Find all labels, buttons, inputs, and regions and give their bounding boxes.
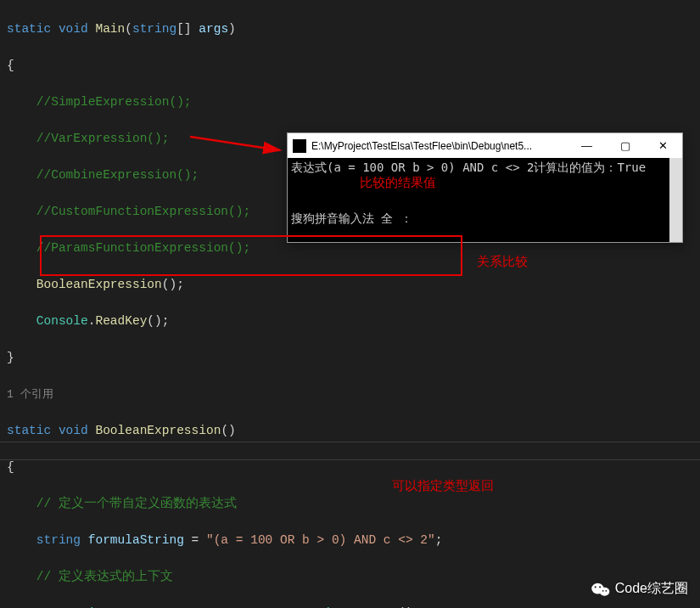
console-window[interactable]: E:\MyProject\TestElsa\TestFlee\bin\Debug… [287, 132, 683, 243]
breakpoint-line-hint [0, 442, 700, 442]
console-title: E:\MyProject\TestElsa\TestFlee\bin\Debug… [311, 140, 568, 152]
breakpoint-line-hint [0, 459, 700, 460]
maximize-button[interactable]: ▢ [606, 133, 644, 158]
annotation-result: 比较的结果值 [360, 175, 436, 191]
wechat-icon [591, 582, 610, 597]
ime-status: 搜狗拼音输入法 全 ： [291, 211, 679, 226]
close-button[interactable]: ✕ [644, 133, 682, 158]
svg-point-2 [599, 587, 609, 595]
watermark: Code综艺圈 [591, 580, 688, 598]
codelens-references[interactable]: 1 个引用 [7, 388, 53, 401]
annotation-return: 可以指定类型返回 [392, 478, 494, 494]
code-editor[interactable]: static void Main(string[] args) { //Simp… [0, 0, 700, 608]
svg-point-6 [605, 589, 607, 591]
console-icon [293, 139, 306, 153]
scrollbar-vertical[interactable] [669, 158, 682, 242]
console-titlebar[interactable]: E:\MyProject\TestElsa\TestFlee\bin\Debug… [288, 133, 682, 158]
console-line: 表达式(a = 100 OR b > 0) AND c <> 2计算出的值为：T… [291, 160, 679, 175]
annotation-box-formula [40, 235, 462, 276]
svg-point-3 [594, 586, 596, 588]
annotation-relation: 关系比较 [477, 254, 528, 270]
svg-point-4 [599, 586, 601, 588]
watermark-text: Code综艺圈 [615, 580, 688, 598]
console-output: 表达式(a = 100 OR b > 0) AND c <> 2计算出的值为：T… [288, 158, 682, 242]
minimize-button[interactable]: — [568, 133, 606, 158]
svg-point-5 [602, 589, 604, 591]
